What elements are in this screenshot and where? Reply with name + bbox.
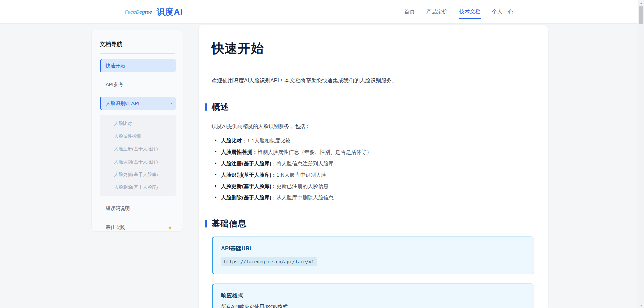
- nav-item-pricing[interactable]: 产品定价: [426, 8, 448, 15]
- card-title: 响应格式: [221, 292, 526, 299]
- sidebar-item-quick-start[interactable]: 快速开始: [100, 59, 176, 72]
- sidebar-item-label: 人脸识别v1 API: [106, 100, 139, 107]
- feature-item: 人脸更新(基于人脸库)：更新已注册的人脸信息: [212, 183, 534, 190]
- section-heading-basic-info: 基础信息: [205, 218, 534, 229]
- section-accent-bar: [205, 103, 207, 111]
- page-title: 快速开始: [212, 40, 534, 57]
- nav-item-account[interactable]: 个人中心: [492, 8, 514, 15]
- sidebar-title: 文档导航: [100, 40, 175, 48]
- scrollbar-down-icon[interactable]: ▼: [638, 303, 644, 308]
- feature-item: 人脸比对：1:1人脸相似度比较: [212, 137, 534, 144]
- api-base-url-card: API基础URL https://facedegree.cn/api/face/…: [212, 236, 534, 274]
- feature-item: 人脸识别(基于人脸库)：1:N人脸库中识别人脸: [212, 172, 534, 178]
- feature-term: 人脸删除(基于人脸库)：: [221, 195, 276, 200]
- intro-text: 欢迎使用识度AI人脸识别API！本文档将帮助您快速集成我们的人脸识别服务。: [212, 77, 534, 84]
- submenu-item-face-update[interactable]: 人脸更新(基于人脸库): [100, 168, 176, 181]
- feature-desc: 1:1人脸相似度比较: [247, 138, 291, 143]
- brand-logo-icon: FaceDegree: [125, 9, 152, 15]
- nav-item-docs[interactable]: 技术文档: [459, 8, 481, 15]
- submenu-item-face-attributes[interactable]: 人脸属性检测: [100, 130, 176, 143]
- nav-item-home[interactable]: 首页: [404, 8, 415, 15]
- submenu-item-face-delete[interactable]: 人脸删除(基于人脸库): [100, 181, 176, 194]
- submenu-item-face-compare[interactable]: 人脸比对: [100, 117, 176, 130]
- section-heading-text: 基础信息: [212, 218, 247, 229]
- sidebar-item-best-practices[interactable]: 最佳实践 ★: [100, 221, 176, 231]
- sidebar-item-api-reference[interactable]: API参考: [100, 78, 176, 91]
- title-divider: [212, 66, 534, 66]
- sidebar-item-error-codes[interactable]: 错误码说明: [100, 202, 176, 215]
- top-header: FaceDegree 识度AI 首页 产品定价 技术文档 个人中心: [0, 0, 638, 24]
- feature-list: 人脸比对：1:1人脸相似度比较 人脸属性检测：检测人脸属性信息（年龄、性别、是否…: [212, 137, 534, 201]
- feature-item: 人脸注册(基于人脸库)：将人脸信息注册到人脸库: [212, 160, 534, 167]
- feature-desc: 从人脸库中删除人脸信息: [276, 195, 334, 200]
- page: FaceDegree 识度AI 首页 产品定价 技术文档 个人中心 文档导航 快…: [0, 0, 644, 308]
- sidebar-item-label: 最佳实践: [106, 224, 125, 231]
- section-heading-text: 概述: [212, 101, 229, 112]
- response-format-card: 响应格式 所有API响应都使用JSON格式： {: [212, 283, 534, 308]
- sidebar-divider: [100, 53, 175, 54]
- feature-desc: 更新已注册的人脸信息: [276, 183, 328, 189]
- section-heading-overview: 概述: [205, 101, 534, 112]
- feature-term: 人脸更新(基于人脸库)：: [221, 183, 276, 189]
- star-icon: ★: [168, 224, 172, 231]
- feature-item: 人脸属性检测：检测人脸属性信息（年龄、性别、是否是活体等）: [212, 149, 534, 156]
- card-lead: 所有API响应都使用JSON格式：: [221, 304, 526, 308]
- overview-lead: 识度AI提供高精度的人脸识别服务，包括：: [212, 123, 534, 130]
- feature-desc: 1:N人脸库中识别人脸: [276, 172, 326, 178]
- chevron-down-icon: ▾: [170, 100, 172, 107]
- feature-term: 人脸属性检测：: [221, 149, 258, 155]
- submenu-item-face-recognize[interactable]: 人脸识别(基于人脸库): [100, 156, 176, 168]
- feature-desc: 将人脸信息注册到人脸库: [276, 161, 334, 166]
- main-nav: 首页 产品定价 技术文档 个人中心: [404, 8, 514, 15]
- sidebar-submenu: 人脸比对 人脸属性检测 人脸注册(基于人脸库) 人脸识别(基于人脸库) 人脸更新…: [100, 115, 176, 196]
- brand[interactable]: FaceDegree 识度AI: [125, 6, 183, 17]
- feature-term: 人脸比对：: [221, 138, 247, 143]
- scrollbar-up-icon[interactable]: ▲: [638, 0, 644, 5]
- feature-term: 人脸识别(基于人脸库)：: [221, 172, 276, 178]
- main-content: 快速开始 欢迎使用识度AI人脸识别API！本文档将帮助您快速集成我们的人脸识别服…: [199, 25, 548, 308]
- feature-item: 人脸删除(基于人脸库)：从人脸库中删除人脸信息: [212, 194, 534, 201]
- section-accent-bar: [205, 220, 207, 228]
- scrollbar-thumb[interactable]: [639, 6, 643, 24]
- page-scrollbar[interactable]: ▲ ▼: [638, 0, 644, 308]
- feature-desc: 检测人脸属性信息（年龄、性别、是否是活体等）: [258, 149, 372, 155]
- api-base-url-code: https://facedegree.cn/api/face/v1: [221, 257, 317, 266]
- brand-name: 识度AI: [157, 6, 183, 17]
- sidebar-item-face-v1-api[interactable]: 人脸识别v1 API ▾: [100, 97, 176, 110]
- feature-term: 人脸注册(基于人脸库)：: [221, 161, 276, 166]
- submenu-item-face-register[interactable]: 人脸注册(基于人脸库): [100, 143, 176, 156]
- card-title: API基础URL: [221, 245, 526, 252]
- docs-sidebar: 文档导航 快速开始 API参考 人脸识别v1 API ▾ 人脸比对 人脸属性检测…: [92, 30, 183, 231]
